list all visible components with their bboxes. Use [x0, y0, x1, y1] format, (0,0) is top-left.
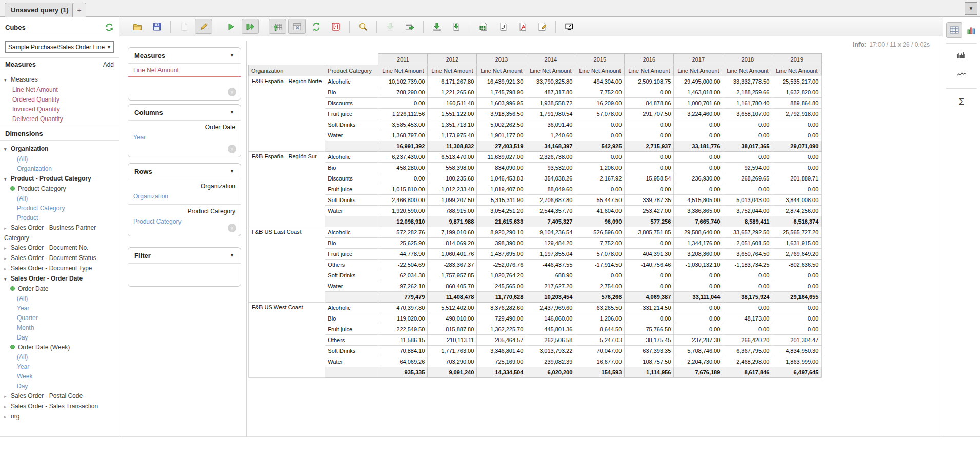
measure-chip[interactable]: Line Net Amount	[128, 64, 241, 77]
value-cell[interactable]: 2,874,256.00	[772, 206, 822, 216]
value-cell[interactable]: 25,535,217.00	[772, 76, 822, 87]
value-cell[interactable]: 222,549.50	[378, 324, 428, 335]
value-cell[interactable]: 6,237,430.00	[378, 152, 428, 163]
clear-rows-icon[interactable]: ×	[228, 224, 236, 232]
value-cell[interactable]: 6,367,795.00	[723, 346, 772, 356]
category-cell[interactable]: Fruit juice	[325, 324, 378, 335]
value-cell[interactable]: -252,076.76	[477, 260, 526, 270]
category-cell[interactable]: Others	[325, 260, 378, 270]
value-cell[interactable]: 108,757.50	[625, 356, 674, 367]
value-cell[interactable]: 1,757,957.85	[428, 270, 477, 281]
value-cell[interactable]: -100,235.68	[428, 173, 477, 184]
mini-bar-chart-icon[interactable]	[956, 50, 967, 63]
value-cell[interactable]: 0.00	[625, 87, 674, 98]
row-axis-header[interactable]: Organization	[249, 65, 325, 76]
value-cell[interactable]: 1,362,225.70	[477, 324, 526, 335]
category-cell[interactable]: Bio	[325, 163, 378, 173]
value-cell[interactable]: 1,206.00	[575, 163, 625, 173]
refresh-icon[interactable]	[105, 23, 114, 32]
value-cell[interactable]: 788,915.00	[428, 206, 477, 216]
value-cell[interactable]: 0.00	[625, 270, 674, 281]
clear-measures-icon[interactable]: ×	[228, 88, 236, 96]
level-item[interactable]: (All)	[0, 352, 119, 362]
value-cell[interactable]: 0.00	[625, 313, 674, 324]
year-column-header[interactable]: 2014	[526, 54, 575, 65]
value-cell[interactable]: 1,020,764.20	[477, 270, 526, 281]
swap-axis-icon[interactable]	[308, 19, 325, 34]
axis-level-chip[interactable]: Year	[128, 132, 241, 143]
year-column-header[interactable]: 2015	[575, 54, 625, 65]
value-cell[interactable]: 129,484.20	[526, 238, 575, 249]
value-cell[interactable]: 0.00	[772, 281, 822, 292]
value-cell[interactable]: 1,099,207.50	[428, 195, 477, 206]
dimension-item[interactable]: ▸Sales Order - Document No.	[0, 243, 119, 253]
toggle-fields-icon[interactable]	[269, 19, 286, 34]
category-cell[interactable]: Soft Drinks	[325, 270, 378, 281]
value-cell[interactable]: 398,390.00	[477, 238, 526, 249]
value-cell[interactable]: 1,551,122.00	[428, 109, 477, 119]
value-cell[interactable]: 5,002,262.50	[477, 119, 526, 130]
value-cell[interactable]: 1,060,401.76	[428, 249, 477, 260]
measure-item[interactable]: Line Net Amount	[0, 85, 119, 95]
value-cell[interactable]: 1,226,112.56	[378, 109, 428, 119]
level-item[interactable]: (All)	[0, 194, 119, 204]
value-cell[interactable]: 70,047.00	[575, 346, 625, 356]
value-cell[interactable]: 0.00	[772, 119, 822, 130]
value-cell[interactable]: 339,787.35	[625, 195, 674, 206]
workspace-menu-button[interactable]: ▼	[965, 2, 977, 15]
value-cell[interactable]: 0.00	[772, 303, 822, 313]
open-folder-icon[interactable]	[129, 19, 146, 34]
organization-cell[interactable]: F&B España - Región Norte	[249, 76, 325, 152]
value-cell[interactable]: 3,585,453.00	[378, 119, 428, 130]
value-cell[interactable]: 5,013,043.00	[723, 195, 772, 206]
year-column-header[interactable]: 2018	[723, 54, 772, 65]
dimension-item[interactable]: ▸Sales Order - Document Status	[0, 253, 119, 264]
value-cell[interactable]: 3,224,460.00	[674, 109, 723, 119]
save-icon[interactable]	[148, 19, 166, 34]
value-cell[interactable]: 0.00	[772, 270, 822, 281]
value-cell[interactable]: 5,708,746.00	[674, 346, 723, 356]
level-item[interactable]: Day	[0, 333, 119, 343]
dimension-item[interactable]: ▸Sales Order - Document Type	[0, 264, 119, 274]
value-cell[interactable]: 0.00	[625, 184, 674, 195]
value-cell[interactable]: 63,265.50	[575, 303, 625, 313]
value-cell[interactable]: 1,819,407.00	[477, 184, 526, 195]
hierarchy-item[interactable]: Order Date	[0, 284, 119, 294]
hierarchy-item[interactable]: Product Category	[0, 184, 119, 194]
value-cell[interactable]: 815,887.80	[428, 324, 477, 335]
category-cell[interactable]: Others	[325, 335, 378, 346]
dimension-item[interactable]: ▸Sales Order - Business Partner Category	[0, 223, 119, 243]
value-cell[interactable]: -1,938,558.72	[526, 98, 575, 109]
value-cell[interactable]: 2,754.00	[575, 281, 625, 292]
value-cell[interactable]: 0.00	[674, 184, 723, 195]
value-cell[interactable]: -1,603,996.95	[477, 98, 526, 109]
category-cell[interactable]: Alcoholic	[325, 76, 378, 87]
measure-header[interactable]: Line Net Amount	[575, 65, 625, 76]
value-cell[interactable]: 2,466,800.00	[378, 195, 428, 206]
value-cell[interactable]: 0.00	[674, 119, 723, 130]
category-cell[interactable]: Discounts	[325, 173, 378, 184]
value-cell[interactable]: 5,512,402.00	[428, 303, 477, 313]
value-cell[interactable]: 1,197,855.04	[526, 249, 575, 260]
non-empty-icon[interactable]	[288, 19, 306, 34]
measure-item[interactable]: Ordered Quantity	[0, 95, 119, 105]
value-cell[interactable]: 0.00	[575, 270, 625, 281]
value-cell[interactable]: 70,884.10	[378, 346, 428, 356]
level-item[interactable]: Year	[0, 304, 119, 313]
organization-cell[interactable]: F&B US East Coast	[249, 227, 325, 303]
value-cell[interactable]: -16,209.00	[575, 98, 625, 109]
value-cell[interactable]: 0.00	[674, 281, 723, 292]
value-cell[interactable]: 1,015,810.00	[378, 184, 428, 195]
fullscreen-icon[interactable]	[561, 19, 578, 34]
value-cell[interactable]: 10,102,739.00	[378, 76, 428, 87]
value-cell[interactable]: 25,625.90	[378, 238, 428, 249]
value-cell[interactable]: -210,113.11	[428, 335, 477, 346]
value-cell[interactable]: -1,030,132.10	[674, 260, 723, 270]
clear-columns-icon[interactable]: ×	[228, 145, 236, 153]
level-item[interactable]: Week	[0, 372, 119, 382]
value-cell[interactable]: -262,506.58	[526, 335, 575, 346]
value-cell[interactable]: 44,778.90	[378, 249, 428, 260]
dimension-item[interactable]: ▾Organization	[0, 144, 119, 154]
value-cell[interactable]: 29,495,000.00	[674, 76, 723, 87]
value-cell[interactable]: -140,756.46	[625, 260, 674, 270]
